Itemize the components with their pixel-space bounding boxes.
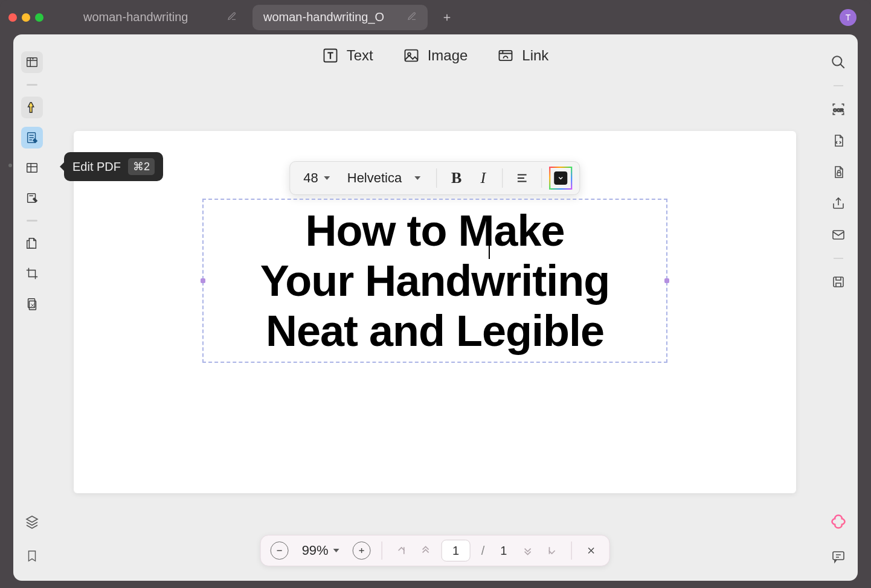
chevron-down-icon: [415, 176, 421, 180]
font-family-selector[interactable]: Helvetica: [339, 170, 429, 186]
layers-icon[interactable]: [25, 514, 39, 531]
text-icon: [321, 46, 339, 65]
tab-2[interactable]: woman-handwriting_O: [252, 5, 428, 30]
tooltip-label: Edit PDF: [72, 160, 121, 174]
zoom-value: 99%: [302, 543, 329, 558]
close-window-button[interactable]: [8, 13, 17, 22]
document-text[interactable]: How to Make Your Handwriting Neat and Le…: [216, 206, 654, 356]
insert-image-button[interactable]: Image: [402, 46, 468, 65]
toolbar-label: Link: [522, 47, 548, 64]
text-selection-box[interactable]: How to Make Your Handwriting Neat and Le…: [202, 199, 667, 363]
chevron-down-icon: [554, 171, 568, 185]
search-button[interactable]: [829, 53, 848, 72]
tab-label: woman-handwriting_O: [263, 10, 384, 24]
annotate-button[interactable]: [21, 97, 43, 118]
resize-handle-right[interactable]: [664, 278, 669, 283]
format-divider: [542, 168, 542, 188]
save-button[interactable]: [829, 272, 848, 292]
svg-rect-13: [833, 231, 844, 239]
maximize-window-button[interactable]: [35, 13, 43, 22]
avatar[interactable]: T: [840, 9, 857, 26]
ocr-button[interactable]: OCR: [829, 100, 848, 119]
right-sidebar: OCR: [819, 34, 858, 581]
avatar-letter: T: [846, 13, 851, 22]
pencil-icon: [407, 11, 417, 24]
title-bar: woman-handwriting woman-handwriting_O T: [0, 0, 871, 34]
convert-button[interactable]: [829, 131, 848, 150]
protect-button[interactable]: [829, 162, 848, 182]
bottom-bar: 99% / 1: [260, 535, 610, 566]
text-line-1: How to Make: [216, 206, 654, 256]
resize-handle-left[interactable]: [201, 278, 205, 283]
comment-button[interactable]: [829, 547, 848, 566]
image-icon: [402, 46, 420, 65]
svg-rect-2: [27, 164, 37, 173]
top-toolbar: Text Image Link: [51, 34, 819, 77]
zoom-selector[interactable]: 99%: [296, 543, 346, 558]
minimize-window-button[interactable]: [22, 13, 30, 22]
canvas-area[interactable]: 48 Helvetica B I: [51, 77, 819, 581]
last-page-button[interactable]: [543, 542, 560, 559]
svg-rect-7: [405, 50, 417, 62]
tooltip: Edit PDF ⌘2: [64, 152, 163, 181]
font-family-value: Helvetica: [347, 170, 402, 186]
chevron-down-icon: [324, 176, 330, 180]
edit-pdf-button[interactable]: [21, 127, 43, 149]
bold-button[interactable]: B: [445, 166, 469, 190]
zoom-out-button[interactable]: [271, 542, 289, 560]
text-line-2: Your Handwriting: [216, 256, 654, 306]
sidebar-divider: [27, 84, 37, 86]
color-picker-button[interactable]: [550, 167, 573, 190]
svg-point-10: [832, 56, 841, 65]
center-area: Text Image Link 48: [51, 34, 819, 581]
prev-page-button[interactable]: [417, 542, 434, 559]
zoom-in-button[interactable]: [353, 542, 371, 560]
email-button[interactable]: [829, 225, 848, 244]
first-page-button[interactable]: [393, 542, 410, 559]
next-page-button[interactable]: [519, 542, 536, 559]
text-format-bar: 48 Helvetica B I: [289, 161, 580, 195]
close-bar-button[interactable]: [582, 542, 599, 559]
right-divider: [834, 85, 843, 86]
format-divider: [437, 168, 437, 188]
font-size-value: 48: [303, 170, 318, 186]
document-page[interactable]: 48 Helvetica B I: [74, 131, 796, 493]
main-wrapper: Edit PDF ⌘2 Text Image Link: [13, 34, 858, 581]
pages-button[interactable]: [21, 232, 43, 254]
sidebar-divider: [27, 220, 37, 222]
tooltip-arrow: [60, 162, 64, 171]
svg-rect-15: [833, 552, 844, 560]
link-icon: [497, 46, 515, 65]
tab-label: woman-handwriting: [83, 10, 188, 24]
text-line-3: Neat and Legible: [216, 306, 654, 356]
view-mode-button[interactable]: [21, 51, 43, 73]
italic-button[interactable]: I: [471, 166, 495, 190]
redact-button[interactable]: [21, 293, 43, 315]
total-pages: 1: [500, 544, 507, 558]
ai-assistant-button[interactable]: [829, 512, 848, 531]
bookmark-icon[interactable]: [25, 548, 39, 566]
bottom-divider: [571, 542, 571, 560]
new-tab-button[interactable]: [439, 9, 455, 26]
format-divider: [503, 168, 503, 188]
align-button[interactable]: [510, 166, 535, 190]
tooltip-shortcut: ⌘2: [128, 158, 155, 175]
active-indicator-dot: [8, 164, 12, 167]
left-sidebar: [13, 34, 51, 581]
current-page-input[interactable]: [442, 540, 471, 561]
sign-button[interactable]: [21, 187, 43, 209]
chevron-down-icon: [333, 549, 339, 552]
form-button[interactable]: [21, 157, 43, 179]
tab-1[interactable]: woman-handwriting: [72, 5, 248, 30]
insert-link-button[interactable]: Link: [497, 46, 548, 65]
toolbar-label: Text: [347, 47, 373, 64]
svg-rect-14: [834, 277, 843, 287]
font-size-selector[interactable]: 48: [297, 170, 336, 186]
svg-rect-9: [500, 51, 512, 60]
bottom-divider: [382, 542, 382, 560]
crop-button[interactable]: [21, 263, 43, 284]
traffic-lights: [8, 13, 43, 22]
svg-text:OCR: OCR: [834, 107, 844, 113]
insert-text-button[interactable]: Text: [321, 46, 373, 65]
share-button[interactable]: [829, 194, 848, 213]
